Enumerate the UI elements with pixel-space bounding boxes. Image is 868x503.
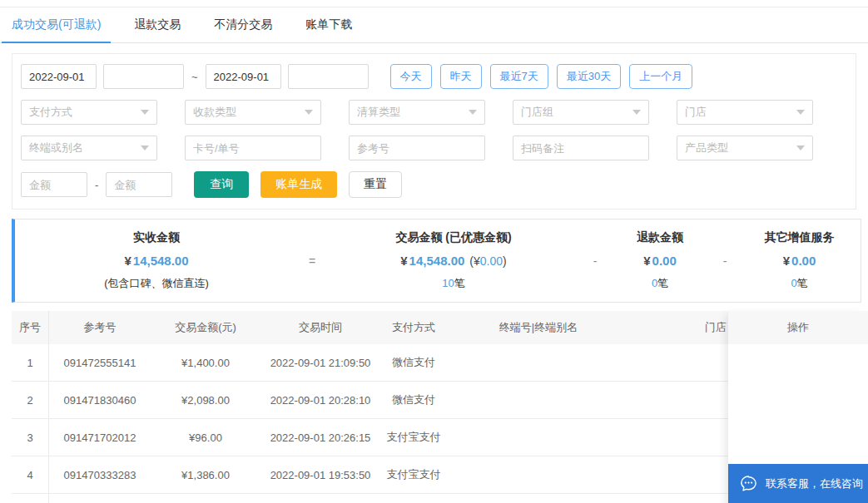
summary-other-value: ¥0.00 <box>783 254 816 268</box>
product-type-select[interactable]: 产品类型 <box>677 136 813 160</box>
tab-successful-transactions[interactable]: 成功交易(可退款) <box>2 7 111 43</box>
summary-other-title: 其它增值服务 <box>765 230 835 245</box>
header-amount: 交易金额(元) <box>151 311 260 344</box>
cell-seq: 4 <box>12 456 49 493</box>
card-number-input[interactable] <box>185 136 321 160</box>
cell-amount: ¥96.00 <box>151 419 260 456</box>
last-30-days-button[interactable]: 最近30天 <box>557 64 621 89</box>
header-seq: 序号 <box>12 311 49 344</box>
cell-payment-method: 微信支付 <box>380 494 447 503</box>
cell-reference-no: 091472555141 <box>49 344 151 381</box>
clearing-type-select[interactable]: 清算类型 <box>349 100 485 125</box>
collection-type-placeholder: 收款类型 <box>193 105 236 120</box>
amount-range-dash: - <box>95 179 98 191</box>
store-placeholder: 门店 <box>685 105 707 120</box>
chevron-down-icon <box>469 110 477 115</box>
summary-received-title: 实收金额 <box>133 230 180 245</box>
summary-transaction-value: ¥14,548.00(¥0.00) <box>400 254 506 268</box>
bill-generate-button[interactable]: 账单生成 <box>260 171 337 198</box>
last-month-button[interactable]: 上一个月 <box>629 64 692 89</box>
summary-minus-sign: - <box>711 254 739 268</box>
chevron-down-icon <box>305 110 313 115</box>
cell-time: 2022-09-01 20:28:10 <box>260 382 380 418</box>
cell-amount: ¥1,026.00 <box>151 494 260 503</box>
summary-refund-title: 退款金额 <box>637 230 683 245</box>
chevron-down-icon <box>796 145 805 150</box>
date-range-row: ~ 今天 昨天 最近7天 最近30天 上一个月 <box>21 64 847 89</box>
cell-time: 2022-09-01 19:53:50 <box>260 456 380 493</box>
quick-date-buttons: 今天 昨天 最近7天 最近30天 上一个月 <box>390 64 693 89</box>
cell-terminal <box>447 344 630 381</box>
cell-payment-method: 支付宝支付 <box>380 419 447 456</box>
transactions-page: 成功交易(可退款) 退款交易 不清分交易 账单下载 ~ 今天 昨天 最近7天 最… <box>0 0 868 503</box>
cell-amount: ¥1,400.00 <box>151 344 260 381</box>
cell-payment-method: 支付宝支付 <box>380 456 447 493</box>
summary-transaction-title: 交易金额 (已优惠金额) <box>395 230 511 245</box>
summary-refund-count: 0笔 <box>652 276 668 291</box>
scan-note-input[interactable] <box>513 136 649 160</box>
cell-time: 2022-09-01 21:09:50 <box>260 344 380 381</box>
summary-minus-sign: - <box>581 254 609 268</box>
summary-transaction-count: 10笔 <box>442 276 464 291</box>
collection-type-select[interactable]: 收款类型 <box>185 100 321 125</box>
tab-unsettled-transactions[interactable]: 不清分交易 <box>204 7 282 43</box>
cell-amount: ¥2,098.00 <box>151 382 260 418</box>
contact-support-label: 联系客服，在线咨询 <box>766 476 863 491</box>
summary-other-services: 其它增值服务 ¥0.00 0笔 <box>739 230 860 291</box>
tab-refund-transactions[interactable]: 退款交易 <box>124 7 191 43</box>
payment-method-select[interactable]: 支付方式 <box>21 100 157 125</box>
clearing-type-placeholder: 清算类型 <box>357 105 400 120</box>
cell-payment-method: 微信支付 <box>380 382 447 418</box>
amount-max-input[interactable] <box>106 172 172 197</box>
product-type-placeholder: 产品类型 <box>685 141 728 155</box>
store-select[interactable]: 门店 <box>677 100 813 125</box>
chevron-down-icon <box>141 110 149 115</box>
start-time-input[interactable] <box>103 64 184 89</box>
last-7-days-button[interactable]: 最近7天 <box>490 64 548 89</box>
summary-received-amount: 实收金额 ¥14,548.00 (包含口碑、微信直连) <box>15 230 298 291</box>
tab-bill-download[interactable]: 账单下载 <box>295 7 362 43</box>
cell-seq: 2 <box>12 382 49 418</box>
summary-received-note: (包含口碑、微信直连) <box>104 276 209 291</box>
chevron-down-icon <box>796 110 805 115</box>
end-time-input[interactable] <box>288 64 369 89</box>
cell-reference-no: 091470333283 <box>49 456 151 493</box>
reference-number-input[interactable] <box>349 136 485 160</box>
cell-time: 2022-09-01 19:53:33 <box>260 494 380 503</box>
summary-equals-sign: = <box>298 254 326 268</box>
reset-button[interactable]: 重置 <box>349 171 402 198</box>
cell-seq: 3 <box>12 419 49 456</box>
tab-bar: 成功交易(可退款) 退款交易 不清分交易 账单下载 <box>0 7 868 43</box>
chevron-down-icon <box>632 110 641 115</box>
yesterday-button[interactable]: 昨天 <box>440 64 482 89</box>
today-button[interactable]: 今天 <box>390 64 432 89</box>
chat-bubble-icon <box>739 474 758 493</box>
summary-other-count: 0笔 <box>791 276 807 291</box>
chevron-down-icon <box>141 145 149 150</box>
cell-payment-method: 微信支付 <box>380 344 447 381</box>
select-filters-row: 支付方式 收款类型 清算类型 门店组 门店 <box>21 100 847 125</box>
cell-amount: ¥1,386.00 <box>151 456 260 493</box>
store-group-select[interactable]: 门店组 <box>513 100 649 125</box>
end-date-input[interactable] <box>206 64 281 89</box>
summary-refund-amount: 退款金额 ¥0.00 0笔 <box>609 230 711 291</box>
cell-terminal <box>447 494 630 503</box>
summary-received-value: ¥14,548.00 <box>124 254 188 268</box>
summary-refund-value: ¥0.00 <box>643 254 677 268</box>
cell-reference-no: 091471830460 <box>49 382 151 418</box>
query-button[interactable]: 查询 <box>194 171 249 198</box>
store-group-placeholder: 门店组 <box>521 105 553 120</box>
amount-min-input[interactable] <box>21 172 87 197</box>
header-operations: 操作 <box>728 311 868 344</box>
header-payment-method: 支付方式 <box>380 311 447 344</box>
cell-time: 2022-09-01 20:26:15 <box>260 419 380 456</box>
cell-terminal <box>447 382 630 418</box>
amount-and-actions-row: - 查询 账单生成 重置 <box>21 171 847 198</box>
contact-support-button[interactable]: 联系客服，在线咨询 <box>728 464 868 503</box>
terminal-or-alias-select[interactable]: 终端或别名 <box>21 136 157 160</box>
date-range-separator: ~ <box>191 71 198 83</box>
start-date-input[interactable] <box>21 64 97 89</box>
cell-seq: 5 <box>12 494 49 503</box>
summary-transaction-amount: 交易金额 (已优惠金额) ¥14,548.00(¥0.00) 10笔 <box>326 230 581 291</box>
cell-reference-no: 091470293607 <box>49 494 151 503</box>
